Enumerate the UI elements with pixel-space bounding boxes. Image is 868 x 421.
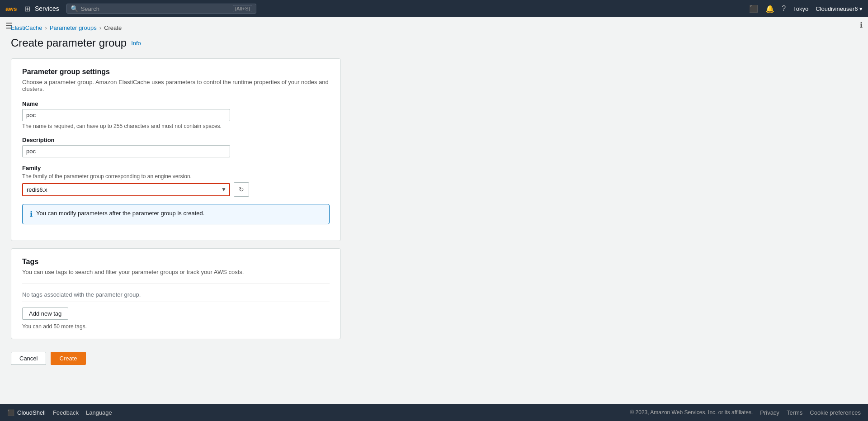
family-form-group: Family The family of the parameter group… bbox=[22, 165, 330, 224]
settings-card-desc: Choose a parameter group. Amazon ElastiC… bbox=[22, 79, 330, 92]
page-info-icon[interactable]: ℹ bbox=[860, 21, 863, 29]
info-banner-text: You can modify parameters after the para… bbox=[36, 210, 204, 217]
name-label: Name bbox=[22, 100, 330, 107]
name-form-group: Name The name is required, can have up t… bbox=[22, 100, 330, 129]
name-input[interactable] bbox=[22, 109, 230, 121]
description-input[interactable] bbox=[22, 145, 230, 157]
sidebar-toggle-button[interactable]: ☰ bbox=[5, 21, 13, 31]
breadcrumb-parameter-groups[interactable]: Parameter groups bbox=[50, 24, 97, 31]
grid-icon[interactable]: ⊞ bbox=[24, 5, 30, 13]
description-form-group: Description bbox=[22, 137, 330, 157]
refresh-button[interactable]: ↻ bbox=[234, 182, 249, 197]
tags-card-title: Tags bbox=[22, 258, 330, 266]
svg-text:aws: aws bbox=[5, 5, 17, 12]
name-hint: The name is required, can have up to 255… bbox=[22, 123, 330, 129]
help-icon[interactable]: ? bbox=[782, 5, 786, 13]
info-link[interactable]: Info bbox=[131, 40, 141, 47]
aws-logo: aws bbox=[5, 4, 19, 13]
account-selector[interactable]: Cloudivineuser6 ▾ bbox=[816, 5, 863, 12]
search-input[interactable] bbox=[81, 5, 230, 12]
tags-no-items: No tags associated with the parameter gr… bbox=[22, 284, 330, 302]
cancel-button[interactable]: Cancel bbox=[11, 352, 46, 365]
page-title: Create parameter group bbox=[11, 37, 127, 49]
info-banner: ℹ You can modify parameters after the pa… bbox=[22, 204, 330, 224]
terminal-icon[interactable]: ⬛ bbox=[749, 5, 758, 13]
info-circle-icon: ℹ bbox=[30, 210, 33, 218]
breadcrumb-sep-1: › bbox=[45, 24, 47, 31]
search-icon: 🔍 bbox=[71, 5, 78, 12]
page-title-row: Create parameter group Info bbox=[11, 37, 857, 49]
search-shortcut: [Alt+S] bbox=[233, 5, 252, 12]
main-content: ElastiCache › Parameter groups › Create … bbox=[0, 17, 868, 404]
breadcrumb-sep-2: › bbox=[99, 24, 101, 31]
breadcrumb-elasticache[interactable]: ElastiCache bbox=[11, 24, 42, 31]
breadcrumb-current: Create bbox=[104, 24, 122, 31]
services-nav-label[interactable]: Services bbox=[35, 5, 59, 12]
parameter-group-settings-card: Parameter group settings Choose a parame… bbox=[11, 58, 341, 241]
family-select[interactable]: redis6.x redis5.0 redis4.0 redis3.2 redi… bbox=[22, 183, 230, 196]
action-bar: Cancel Create bbox=[11, 346, 341, 370]
settings-card-title: Parameter group settings bbox=[22, 68, 330, 76]
create-button[interactable]: Create bbox=[51, 352, 85, 365]
family-row: redis6.x redis5.0 redis4.0 redis3.2 redi… bbox=[22, 182, 330, 197]
nav-right: ⬛ 🔔 ? Tokyo Cloudivineuser6 ▾ bbox=[749, 5, 863, 13]
breadcrumb: ElastiCache › Parameter groups › Create bbox=[11, 24, 857, 31]
family-select-wrapper: redis6.x redis5.0 redis4.0 redis3.2 redi… bbox=[22, 183, 230, 196]
tags-card: Tags You can use tags to search and filt… bbox=[11, 248, 341, 339]
family-label: Family bbox=[22, 165, 330, 171]
tags-hint: You can add 50 more tags. bbox=[22, 323, 330, 330]
tags-card-desc: You can use tags to search and filter yo… bbox=[22, 269, 330, 275]
description-label: Description bbox=[22, 137, 330, 143]
search-box[interactable]: 🔍 [Alt+S] bbox=[66, 4, 256, 14]
region-selector[interactable]: Tokyo bbox=[793, 5, 808, 12]
top-navigation: aws ⊞ Services 🔍 [Alt+S] ⬛ 🔔 ? Tokyo Clo… bbox=[0, 0, 868, 17]
bell-icon[interactable]: 🔔 bbox=[765, 5, 774, 13]
add-new-tag-button[interactable]: Add new tag bbox=[22, 307, 68, 320]
family-hint: The family of the parameter group corres… bbox=[22, 173, 330, 180]
